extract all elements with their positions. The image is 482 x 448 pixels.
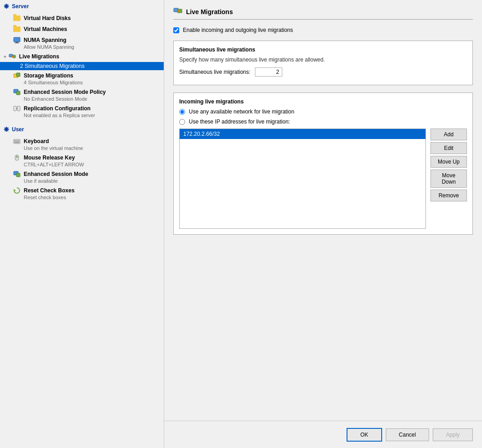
svg-rect-2 xyxy=(15,43,19,43)
incoming-group-title: Incoming live migrations xyxy=(179,98,467,105)
svg-rect-16 xyxy=(15,142,19,143)
folder-icon xyxy=(13,14,21,22)
sidebar-item-numa-spanning[interactable]: NUMA Spanning Allow NUMA Spanning xyxy=(0,35,164,51)
user-section-header[interactable]: ❋ User xyxy=(0,123,164,136)
svg-rect-19 xyxy=(16,156,18,158)
svg-rect-12 xyxy=(14,140,15,141)
replication-icon xyxy=(13,104,21,113)
svg-rect-9 xyxy=(14,106,16,111)
edit-button[interactable]: Edit xyxy=(430,142,467,154)
sidebar-item-mouse-release-key[interactable]: Mouse Release Key CTRL+ALT+LEFT ARROW xyxy=(0,152,164,169)
user-section-label: User xyxy=(12,126,24,133)
ip-list-item[interactable]: 172.20.2.66/32 xyxy=(180,129,425,139)
svg-rect-15 xyxy=(18,140,19,141)
sidebar-item-virtual-machines[interactable]: Virtual Machines xyxy=(0,24,164,35)
user-collapse-icon: ❋ xyxy=(4,126,9,133)
live-migration-icon xyxy=(8,52,16,61)
move-up-button[interactable]: Move Up xyxy=(430,156,467,168)
radio-any-network-label[interactable]: Use any available network for live migra… xyxy=(189,108,294,115)
sidebar-item-reset-check-boxes[interactable]: Reset Check Boxes Reset check boxes xyxy=(0,185,164,201)
incoming-group-box: Incoming live migrations Use any availab… xyxy=(173,93,473,235)
reset-icon xyxy=(13,186,21,195)
radio-specific-ip-label[interactable]: Use these IP addresses for live migratio… xyxy=(189,118,290,125)
numa-icon xyxy=(13,36,21,44)
panel-title: Live Migrations xyxy=(186,8,233,15)
cancel-button[interactable]: Cancel xyxy=(386,428,429,441)
sidebar-item-enhanced-session-mode[interactable]: Enhanced Session Mode Use if available xyxy=(0,169,164,185)
move-down-button[interactable]: Move Down xyxy=(430,170,467,188)
sidebar-item-storage-migrations[interactable]: Storage Migrations 4 Simultaneous Migrat… xyxy=(0,70,164,87)
server-section-label: Server xyxy=(12,3,29,10)
simultaneous-value-input[interactable] xyxy=(255,67,282,77)
bottom-bar: OK Cancel Apply xyxy=(164,421,482,448)
panel-title-icon xyxy=(173,7,182,16)
svg-rect-11 xyxy=(14,139,20,144)
svg-rect-14 xyxy=(17,140,18,141)
add-button[interactable]: Add xyxy=(430,129,467,140)
sidebar-item-virtual-hard-disks[interactable]: Virtual Hard Disks xyxy=(0,13,164,24)
enable-checkbox-label[interactable]: Enable incoming and outgoing live migrat… xyxy=(183,27,293,33)
storage-icon xyxy=(13,72,21,80)
remove-button[interactable]: Remove xyxy=(430,190,467,201)
simultaneous-field-label: Simultaneous live migrations: xyxy=(179,69,250,75)
server-section-header[interactable]: ❋ Server xyxy=(0,0,164,13)
radio-specific-ip-row: Use these IP addresses for live migratio… xyxy=(179,118,467,125)
svg-rect-13 xyxy=(16,140,16,141)
ip-list-area: 172.20.2.66/32 Add Edit Move Up Move Dow… xyxy=(179,129,467,229)
keyboard-icon xyxy=(13,137,21,145)
svg-rect-1 xyxy=(16,42,18,43)
sidebar-item-enhanced-session-mode-policy[interactable]: Enhanced Session Mode Policy No Enhanced… xyxy=(0,87,164,103)
mouse-icon xyxy=(13,154,21,162)
session-policy-icon xyxy=(13,88,21,96)
panel-title-row: Live Migrations xyxy=(173,7,473,20)
svg-rect-10 xyxy=(17,106,20,111)
folder-icon-2 xyxy=(13,25,21,33)
ip-listbox[interactable]: 172.20.2.66/32 xyxy=(179,129,426,229)
simultaneous-group-box: Simultaneous live migrations Specify how… xyxy=(173,41,473,85)
ip-button-group: Add Edit Move Up Move Down Remove xyxy=(430,129,467,229)
enable-live-migration-checkbox[interactable] xyxy=(173,27,179,33)
radio-specific-ip[interactable] xyxy=(179,119,185,125)
radio-any-network-row: Use any available network for live migra… xyxy=(179,108,467,115)
simultaneous-field-row: Simultaneous live migrations: xyxy=(179,67,467,77)
apply-button[interactable]: Apply xyxy=(433,428,473,441)
radio-any-network[interactable] xyxy=(179,109,185,115)
ok-button[interactable]: OK xyxy=(347,428,382,442)
svg-rect-8 xyxy=(16,91,20,95)
sidebar: ❋ Server Virtual Hard Disks Virtual Mach… xyxy=(0,0,164,448)
sidebar-item-live-migrations[interactable]: + Live Migrations xyxy=(0,51,164,62)
enhanced-session-icon xyxy=(13,170,21,178)
simultaneous-desc: Specify how many simultaneous live migra… xyxy=(179,57,467,63)
svg-rect-6 xyxy=(16,73,20,77)
sidebar-item-replication-configuration[interactable]: Replication Configuration Not enabled as… xyxy=(0,103,164,119)
content-panel: Live Migrations Enable incoming and outg… xyxy=(164,0,482,448)
expand-icon: + xyxy=(4,54,6,59)
svg-rect-21 xyxy=(16,173,20,177)
simultaneous-group-title: Simultaneous live migrations xyxy=(179,46,467,53)
svg-rect-0 xyxy=(14,37,20,42)
enable-checkbox-row: Enable incoming and outgoing live migrat… xyxy=(173,27,473,33)
sidebar-item-keyboard[interactable]: Keyboard Use on the virtual machine xyxy=(0,136,164,152)
server-collapse-icon: ❋ xyxy=(4,3,9,10)
sidebar-child-simultaneous-migrations[interactable]: 2 Simultaneous Migrations xyxy=(0,62,164,70)
